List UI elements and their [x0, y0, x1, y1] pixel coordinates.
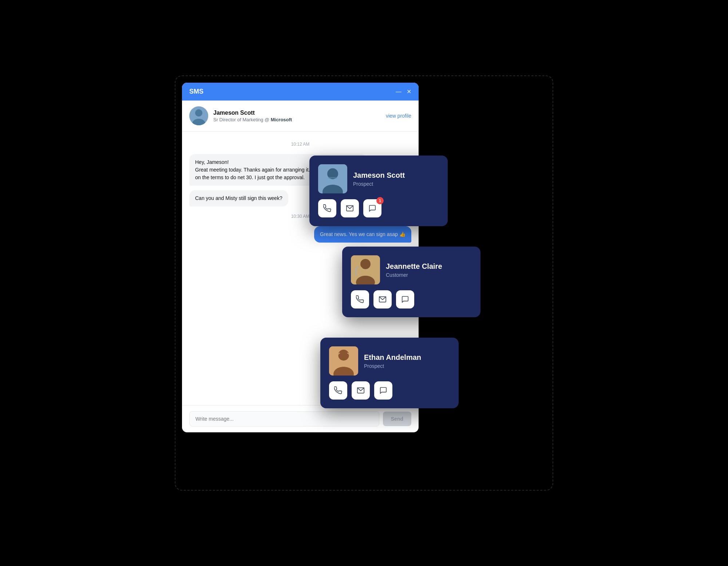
view-profile-button[interactable]: view profile [386, 113, 411, 119]
phone-button-ethan[interactable] [329, 381, 347, 400]
card-actions-jameson: 1 [318, 199, 439, 217]
card-role-jeannette: Customer [386, 272, 442, 278]
svg-point-1 [195, 109, 202, 117]
sms-button-ethan[interactable] [374, 381, 392, 400]
contact-name: Jameson Scott [213, 110, 386, 116]
sms-button-jameson[interactable]: 1 [363, 199, 381, 217]
phone-button-jeannette[interactable] [351, 290, 369, 308]
card-avatar-jeannette [351, 255, 380, 284]
card-name-jameson: Jameson Scott [353, 171, 405, 180]
contact-card-ethan: Ethan Andelman Prospect [320, 338, 459, 408]
card-avatar-ethan [329, 346, 358, 376]
send-button[interactable]: Send [383, 412, 411, 426]
card-actions-jeannette [351, 290, 472, 308]
timestamp-1: 10:12 AM [189, 142, 411, 147]
contact-card-jameson: Jameson Scott Prospect 1 [309, 156, 448, 226]
sms-badge-jameson: 1 [376, 197, 384, 204]
card-name-ethan: Ethan Andelman [364, 353, 421, 362]
card-header-jeannette: Jeannette Claire Customer [351, 255, 472, 284]
phone-button-jameson[interactable] [318, 199, 336, 217]
card-role-jameson: Prospect [353, 181, 405, 187]
card-info-ethan: Ethan Andelman Prospect [364, 353, 421, 369]
avatar [189, 106, 208, 125]
card-role-ethan: Prospect [364, 363, 421, 369]
contact-bar: Jameson Scott Sr Director of Marketing @… [182, 101, 419, 131]
sent-message-1: Great news. Yes we can sign asap 👍 [314, 226, 411, 243]
contact-info: Jameson Scott Sr Director of Marketing @… [213, 110, 386, 122]
svg-point-11 [360, 267, 363, 270]
card-info-jeannette: Jeannette Claire Customer [386, 262, 442, 278]
received-message-2: Can you and Misty still sign this week? [189, 190, 288, 207]
message-input-area: Send [182, 405, 419, 432]
card-info-jameson: Jameson Scott Prospect [353, 171, 405, 187]
message-input[interactable] [189, 411, 379, 427]
card-actions-ethan [329, 381, 450, 400]
svg-rect-6 [328, 177, 337, 178]
email-button-ethan[interactable] [352, 381, 370, 400]
email-button-jameson[interactable] [341, 199, 359, 217]
email-button-jeannette[interactable] [373, 290, 392, 308]
window-controls: — ✕ [396, 88, 411, 95]
contact-card-jeannette: Jeannette Claire Customer [342, 247, 480, 317]
sms-title: SMS [189, 88, 203, 95]
card-avatar-jameson [318, 164, 347, 193]
sms-button-jeannette[interactable] [396, 290, 414, 308]
titlebar: SMS — ✕ [182, 83, 419, 101]
contact-job-title: Sr Director of Marketing @ Microsoft [213, 117, 386, 122]
card-name-jeannette: Jeannette Claire [386, 262, 442, 271]
card-header-jameson: Jameson Scott Prospect [318, 164, 439, 193]
card-header-ethan: Ethan Andelman Prospect [329, 346, 450, 376]
close-button[interactable]: ✕ [407, 88, 411, 95]
svg-point-14 [338, 350, 349, 361]
minimize-button[interactable]: — [396, 89, 401, 95]
